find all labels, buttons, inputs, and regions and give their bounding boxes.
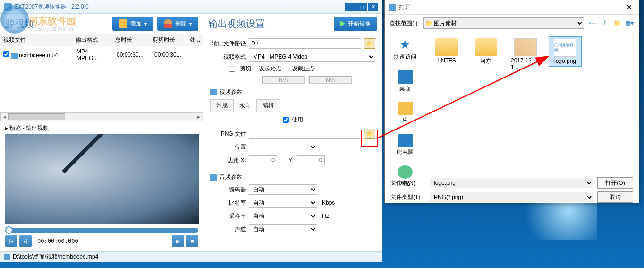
output-path-label: 输出文件路径 [210, 40, 246, 48]
prev-button[interactable]: |◂ [5, 235, 17, 247]
side-desktop[interactable]: 桌面 [385, 69, 425, 95]
source-table: 视频文件 输出格式 总时长 剪切时长 处... ncmbdeee.mp4 MP4… [0, 34, 203, 63]
margin-y-input[interactable] [297, 155, 325, 165]
filetype-select[interactable]: PNG(*.png) [430, 192, 593, 202]
add-label: 添加 [130, 20, 142, 28]
video-format-select[interactable]: MP4 - MPEG-4 Video [249, 52, 375, 62]
output-path-input[interactable] [249, 38, 361, 49]
tab-edit[interactable]: 编辑 [256, 99, 280, 112]
margin-x-input[interactable] [249, 155, 277, 165]
file-item-selected[interactable]: ◯河东软件网logo.png [549, 36, 582, 67]
tab-general[interactable]: 常规 [210, 99, 234, 112]
output-heading: 输出视频设置 [208, 17, 265, 30]
next-button[interactable]: ▸| [19, 235, 32, 247]
delete-button[interactable]: 删除 ▾ [157, 17, 198, 31]
margin-x-label: 边距 X: [210, 156, 246, 164]
col-action[interactable]: 处... [187, 34, 203, 46]
cancel-button[interactable]: 取消 [597, 191, 633, 203]
encoder-select[interactable]: 自动 [249, 184, 317, 195]
chevron-down-icon: ▾ [144, 21, 147, 26]
minimize-button[interactable]: — [345, 3, 356, 11]
dialog-title: 打开 [399, 3, 410, 11]
app-icon [4, 3, 12, 11]
bitrate-select[interactable]: 自动 [249, 198, 317, 208]
source-heading: 源视频 [5, 17, 34, 30]
browse-png-button[interactable]: 📁 [364, 129, 375, 139]
side-this-pc[interactable]: 此电脑 [385, 132, 425, 158]
library-icon [398, 102, 413, 115]
h-scrollbar[interactable]: ◂▸ [0, 112, 203, 121]
file-item[interactable]: 河东 [469, 36, 502, 67]
output-pane: 输出视频设置 开始转换 输出文件路径 📁 视频格式 MP4 - MPEG-4 V… [203, 14, 382, 251]
status-path: D:\tools\桌面\视频\ncmbdeee.mp4 [13, 253, 98, 261]
side-label: 快速访问 [394, 53, 416, 61]
folder-icon [435, 38, 458, 56]
side-label: 库 [402, 116, 408, 124]
filename-label: 文件名(N): [390, 179, 426, 187]
row-duration: 00:00:30... [114, 50, 152, 60]
samplerate-label: 采样率 [210, 212, 246, 220]
browse-output-button[interactable]: 📁 [364, 38, 375, 49]
encoder-label: 编码器 [210, 186, 246, 194]
start-convert-button[interactable]: 开始转换 [334, 17, 377, 31]
brush-icon [164, 19, 172, 28]
image-icon [514, 38, 537, 56]
stop-button[interactable]: ■ [186, 235, 198, 247]
close-button[interactable]: ✕ [368, 3, 378, 11]
position-label: 位置 [210, 143, 246, 151]
margin-y-label: Y: [288, 157, 294, 164]
use-watermark-checkbox[interactable] [283, 117, 289, 123]
row-checkbox[interactable] [3, 51, 9, 57]
png-file-input[interactable] [249, 129, 361, 139]
side-libraries[interactable]: 库 [385, 100, 425, 126]
col-format[interactable]: 输出格式 [73, 34, 112, 46]
chevron-down-icon: ▾ [189, 21, 192, 26]
up-icon[interactable]: ↥ [600, 18, 610, 28]
filetype-label: 文件类型(T): [390, 193, 426, 201]
side-label: 此电脑 [397, 148, 414, 156]
pc-icon [398, 134, 413, 147]
play-icon [340, 21, 345, 26]
cut-checkbox[interactable] [229, 66, 235, 72]
side-quick-access[interactable]: ★快速访问 [385, 35, 425, 63]
video-icon [11, 53, 18, 59]
end-point-label: 设截止点 [289, 65, 317, 73]
file-label: 河东 [480, 57, 491, 65]
audio-params-label: 音频参数 [220, 173, 242, 181]
seek-bar[interactable] [5, 228, 198, 233]
play-button[interactable]: ▶ [172, 235, 184, 247]
desktop-icon [398, 70, 413, 84]
start-point-label: 设起始点 [256, 65, 284, 73]
view-icon[interactable]: ▦▾ [625, 18, 634, 28]
start-label: 开始转换 [348, 20, 371, 28]
file-item[interactable]: 1 NTFS [430, 36, 463, 66]
back-icon[interactable]: ⟸ [588, 18, 597, 28]
file-item[interactable]: 2017-12-1... [509, 36, 542, 72]
table-row[interactable]: ncmbdeee.mp4 MP4 - MPEG... 00:00:30... 0… [0, 46, 203, 63]
cut-label: 剪切 [240, 65, 251, 73]
open-button[interactable]: 打开(O) [597, 177, 633, 189]
col-cut[interactable]: 剪切时长 [150, 34, 187, 46]
row-cut: 00:00:30... [152, 50, 189, 60]
side-label: 桌面 [399, 85, 411, 93]
samplerate-select[interactable]: 自动 [249, 211, 317, 221]
folder-icon [119, 19, 127, 28]
add-button[interactable]: 添加 ▾ [112, 17, 153, 31]
title-bar: ZXT2007视频转换器 - 2.2.0.0 — □ ✕ [0, 0, 382, 14]
position-select[interactable] [249, 142, 317, 152]
col-file[interactable]: 视频文件 [0, 34, 73, 46]
folder-icon [475, 38, 497, 56]
lookin-select[interactable]: 📁 图片素材 [423, 17, 584, 29]
maximize-button[interactable]: □ [356, 3, 367, 11]
channel-select[interactable]: 自动 [249, 224, 317, 234]
filename-input[interactable]: logo.png [430, 178, 593, 188]
use-label: 使用 [292, 116, 303, 124]
new-folder-icon[interactable]: 📁 [612, 18, 622, 28]
file-label: 1 NTFS [436, 57, 456, 64]
dialog-close-button[interactable]: ✕ [623, 3, 635, 12]
col-duration[interactable]: 总时长 [112, 34, 150, 46]
dialog-icon [389, 4, 396, 11]
main-window: ZXT2007视频转换器 - 2.2.0.0 — □ ✕ 河东软件园 www.p… [0, 0, 382, 262]
tab-watermark[interactable]: 水印 [233, 100, 257, 112]
audio-section-icon [210, 174, 217, 181]
